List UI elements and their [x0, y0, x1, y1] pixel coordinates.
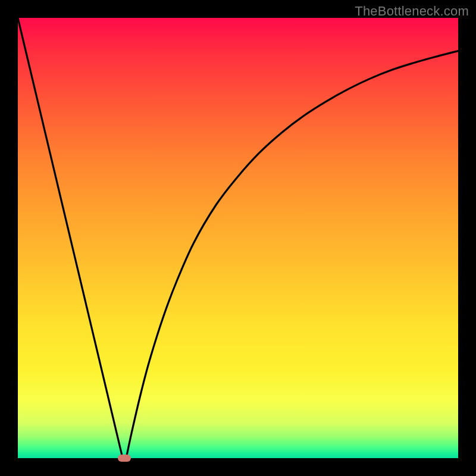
- chart-frame: TheBottleneck.com: [0, 0, 476, 476]
- bottleneck-curve: [18, 18, 458, 458]
- curve-path: [18, 18, 458, 458]
- minimum-marker: [118, 455, 131, 462]
- plot-area: [18, 18, 458, 458]
- watermark-text: TheBottleneck.com: [355, 4, 469, 19]
